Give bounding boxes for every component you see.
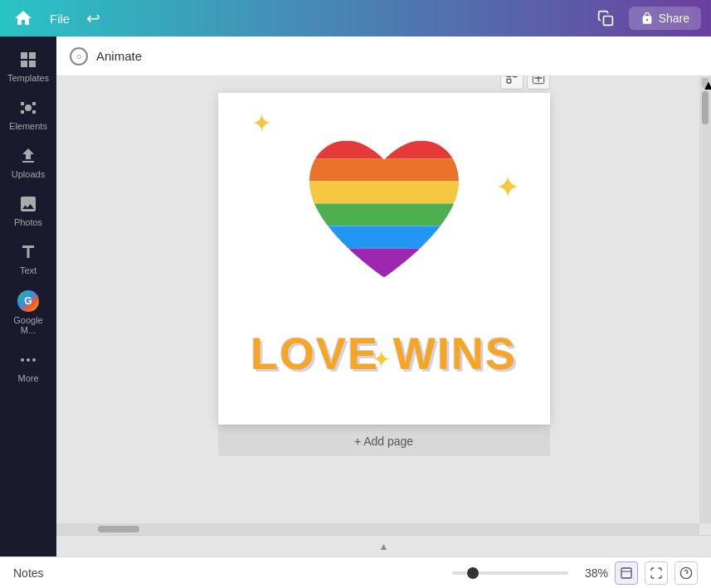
svg-rect-10	[301, 159, 467, 182]
home-button[interactable]	[10, 5, 37, 32]
canvas-wrapper: ✦ ✦	[218, 93, 550, 456]
animate-icon: ○	[70, 47, 88, 66]
add-page-label: + Add page	[354, 435, 413, 448]
embed-icon	[505, 76, 519, 85]
file-menu[interactable]: File	[50, 12, 70, 26]
upload-icon	[18, 146, 38, 166]
svg-point-1	[25, 104, 32, 111]
svg-rect-13	[301, 226, 467, 249]
sidebar-item-more[interactable]: More	[3, 343, 53, 388]
sidebar-label-more: More	[17, 373, 38, 383]
help-button[interactable]	[674, 561, 698, 585]
svg-rect-14	[301, 249, 467, 290]
svg-rect-11	[301, 182, 467, 204]
fullscreen-button[interactable]	[645, 561, 668, 585]
topbar-right: Share	[592, 5, 701, 32]
sidebar: Templates Elements Uploads Photos	[0, 36, 56, 556]
notes-label: Notes	[13, 566, 44, 580]
notes-expand-icon: ▲	[379, 541, 389, 552]
sidebar-label-uploads: Uploads	[12, 169, 45, 179]
sidebar-item-text[interactable]: Text	[3, 236, 53, 280]
sidebar-item-photos[interactable]: Photos	[3, 187, 53, 232]
elements-icon	[18, 98, 38, 118]
content-area: ○ Animate ▲	[56, 36, 711, 556]
scrollbar-thumb-vertical[interactable]	[702, 91, 709, 124]
zoom-slider-track[interactable]	[452, 571, 568, 575]
svg-rect-15	[621, 568, 631, 578]
share-label: Share	[659, 12, 689, 25]
sidebar-label-templates: Templates	[7, 73, 49, 83]
main-area: Templates Elements Uploads Photos	[0, 36, 711, 556]
svg-point-2	[21, 358, 24, 362]
sidebar-item-templates[interactable]: Templates	[3, 43, 53, 88]
sidebar-item-google-maps[interactable]: G Google M...	[3, 284, 53, 340]
animate-icon-symbol: ○	[76, 51, 82, 61]
google-maps-icon: G	[17, 290, 39, 312]
sparkle-middle-right: ✦	[495, 173, 520, 202]
svg-rect-5	[507, 76, 511, 77]
embed-button[interactable]	[500, 76, 524, 90]
add-frame-icon	[532, 76, 545, 85]
svg-rect-12	[301, 204, 467, 226]
add-page-button[interactable]: + Add page	[218, 425, 550, 456]
svg-rect-9	[301, 137, 467, 159]
sidebar-label-elements: Elements	[9, 121, 47, 131]
canvas-toolbar	[500, 76, 550, 90]
scrollbar-horizontal[interactable]	[56, 523, 699, 535]
share-icon	[640, 12, 654, 25]
canvas-area: ▲	[56, 76, 711, 535]
help-icon	[679, 566, 693, 580]
scroll-up-arrow[interactable]: ▲	[702, 78, 709, 88]
topbar: File ↩ Share	[0, 0, 711, 36]
undo-button[interactable]: ↩	[86, 8, 100, 28]
animate-bar: ○ Animate	[56, 36, 711, 76]
scrollbar-vertical[interactable]: ▲	[699, 76, 711, 523]
photos-icon	[18, 194, 38, 214]
sparkle-bottom-center: ✦	[372, 348, 391, 372]
canvas-card[interactable]: ✦ ✦	[218, 93, 550, 425]
fullscreen-icon	[650, 566, 663, 580]
more-icon	[18, 350, 38, 370]
bottom-bar: Notes 38%	[0, 556, 711, 588]
grid-icon	[18, 50, 38, 70]
copy-icon	[597, 10, 614, 27]
rainbow-heart	[301, 134, 467, 292]
animate-label[interactable]: Animate	[96, 49, 142, 63]
copy-button[interactable]	[592, 5, 619, 32]
page-view-icon	[620, 566, 633, 580]
home-icon	[13, 8, 33, 28]
add-frame-button[interactable]	[527, 76, 550, 90]
sidebar-item-uploads[interactable]: Uploads	[3, 139, 53, 184]
svg-point-3	[27, 358, 30, 362]
page-view-button[interactable]	[615, 561, 638, 585]
sidebar-item-elements[interactable]: Elements	[3, 91, 53, 136]
sparkle-top-left: ✦	[251, 111, 272, 136]
notes-collapse-bar[interactable]: ▲	[56, 535, 711, 556]
share-button[interactable]: Share	[629, 7, 701, 30]
zoom-slider-thumb[interactable]	[467, 567, 479, 579]
svg-rect-7	[507, 79, 511, 83]
heart-svg	[301, 134, 467, 292]
scrollbar-thumb-horizontal[interactable]	[98, 526, 139, 532]
svg-point-4	[32, 358, 36, 362]
sidebar-label-photos: Photos	[14, 217, 42, 227]
sidebar-label-google-maps: Google M...	[7, 315, 50, 335]
svg-rect-6	[513, 76, 517, 77]
sidebar-label-text: Text	[20, 265, 37, 275]
text-icon	[18, 242, 38, 262]
svg-rect-0	[603, 17, 612, 26]
zoom-level: 38%	[575, 566, 608, 580]
